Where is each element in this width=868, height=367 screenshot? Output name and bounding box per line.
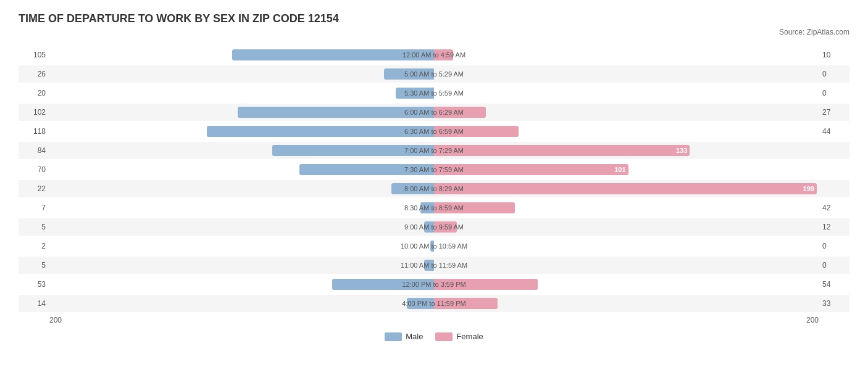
chart-area: 10512:00 AM to 4:59 AM10265:00 AM to 5:2… <box>19 46 849 312</box>
male-value-label: 5 <box>19 261 49 270</box>
axis-left-label: 200 <box>49 316 62 324</box>
axis-right-label: 200 <box>806 316 819 324</box>
male-bar <box>238 107 434 118</box>
male-value-label: 84 <box>19 146 49 155</box>
female-value-label: 0 <box>819 242 849 250</box>
bars-container: 11:00 AM to 11:59 AM <box>49 257 819 274</box>
female-value-label: 42 <box>819 204 849 212</box>
bars-container: 12:00 PM to 3:59 PM <box>49 276 819 293</box>
male-value-label: 7 <box>19 204 49 212</box>
male-bar <box>424 221 434 233</box>
male-bar <box>299 164 434 175</box>
bars-container: 10:00 AM to 10:59 AM <box>49 237 819 255</box>
male-value-label: 53 <box>19 280 49 289</box>
male-value-label: 70 <box>19 165 49 174</box>
female-bar <box>434 49 453 60</box>
female-value-label: 0 <box>819 261 849 270</box>
female-bar <box>434 279 538 290</box>
male-bar <box>384 68 434 80</box>
female-value-label: 10 <box>819 51 849 59</box>
chart-row: 205:30 AM to 5:59 AM0 <box>19 85 849 102</box>
female-bar: 133 <box>434 145 690 156</box>
male-bar <box>407 298 434 309</box>
bars-container: 8:00 AM to 8:29 AM199 <box>49 180 819 197</box>
chart-row: 144:00 PM to 11:59 PM33 <box>19 295 849 312</box>
chart-row: 511:00 AM to 11:59 AM0 <box>19 257 849 274</box>
male-bar <box>232 49 434 60</box>
source-label: Source: ZipAtlas.com <box>19 28 849 36</box>
female-value-label: 0 <box>819 89 849 97</box>
chart-row: 10512:00 AM to 4:59 AM10 <box>19 46 849 64</box>
chart-row: 1186:30 AM to 6:59 AM44 <box>19 123 849 140</box>
female-bar <box>434 221 457 233</box>
bars-container: 7:00 AM to 7:29 AM133 <box>49 142 819 159</box>
female-value-label: 44 <box>819 127 849 136</box>
male-bar <box>396 88 434 99</box>
female-swatch <box>435 332 453 341</box>
male-swatch <box>385 332 402 341</box>
time-label: 11:00 AM to 11:59 AM <box>401 262 467 269</box>
bars-container: 9:00 AM to 9:59 AM <box>49 218 819 236</box>
male-bar <box>424 260 434 271</box>
chart-row: 5312:00 PM to 3:59 PM54 <box>19 276 849 293</box>
chart-row: 265:00 AM to 5:29 AM0 <box>19 65 849 83</box>
female-bar: 101 <box>434 164 628 175</box>
chart-row: 707:30 AM to 7:59 AM101 <box>19 161 849 178</box>
male-value-label: 102 <box>19 108 49 117</box>
female-bar <box>434 107 486 118</box>
bars-container: 4:00 PM to 11:59 PM <box>49 295 819 312</box>
bars-container: 5:30 AM to 5:59 AM <box>49 85 819 102</box>
female-bar <box>434 126 519 137</box>
male-bar <box>207 126 434 137</box>
male-value-label: 20 <box>19 89 49 97</box>
female-value-label: 12 <box>819 223 849 231</box>
bars-container: 5:00 AM to 5:29 AM <box>49 65 819 83</box>
male-value-label: 118 <box>19 127 49 136</box>
bars-container: 12:00 AM to 4:59 AM <box>49 46 819 64</box>
male-value-label: 2 <box>19 242 49 250</box>
male-value-label: 14 <box>19 299 49 308</box>
female-value-label: 33 <box>819 299 849 308</box>
female-label: Female <box>456 332 483 341</box>
chart-row: 1026:00 AM to 6:29 AM27 <box>19 104 849 121</box>
male-bar <box>391 183 434 194</box>
male-label: Male <box>406 332 423 341</box>
female-bar <box>434 298 498 309</box>
bars-container: 8:30 AM to 8:59 AM <box>49 199 819 216</box>
legend-male: Male <box>385 332 423 341</box>
chart-row: 78:30 AM to 8:59 AM42 <box>19 199 849 216</box>
female-value-label: 0 <box>819 70 849 78</box>
male-bar <box>420 202 434 213</box>
male-bar <box>332 279 434 290</box>
female-bar: 199 <box>434 183 817 194</box>
female-value-label: 54 <box>819 280 849 289</box>
female-bar <box>434 202 515 213</box>
chart-row: 59:00 AM to 9:59 AM12 <box>19 218 849 236</box>
bars-container: 7:30 AM to 7:59 AM101 <box>49 161 819 178</box>
chart-row: 228:00 AM to 8:29 AM199 <box>19 180 849 197</box>
male-bar <box>430 241 434 252</box>
legend-female: Female <box>435 332 483 341</box>
chart-title: TIME OF DEPARTURE TO WORK BY SEX IN ZIP … <box>19 12 849 25</box>
male-value-label: 105 <box>19 51 49 59</box>
male-value-label: 26 <box>19 70 49 78</box>
female-value-label: 27 <box>819 108 849 117</box>
chart-row: 847:00 AM to 7:29 AM133 <box>19 142 849 159</box>
male-value-label: 22 <box>19 184 49 193</box>
time-label: 10:00 AM to 10:59 AM <box>401 242 467 250</box>
chart-row: 210:00 AM to 10:59 AM0 <box>19 237 849 255</box>
bars-container: 6:00 AM to 6:29 AM <box>49 104 819 121</box>
bars-container: 6:30 AM to 6:59 AM <box>49 123 819 140</box>
male-value-label: 5 <box>19 223 49 231</box>
male-bar <box>272 145 434 156</box>
